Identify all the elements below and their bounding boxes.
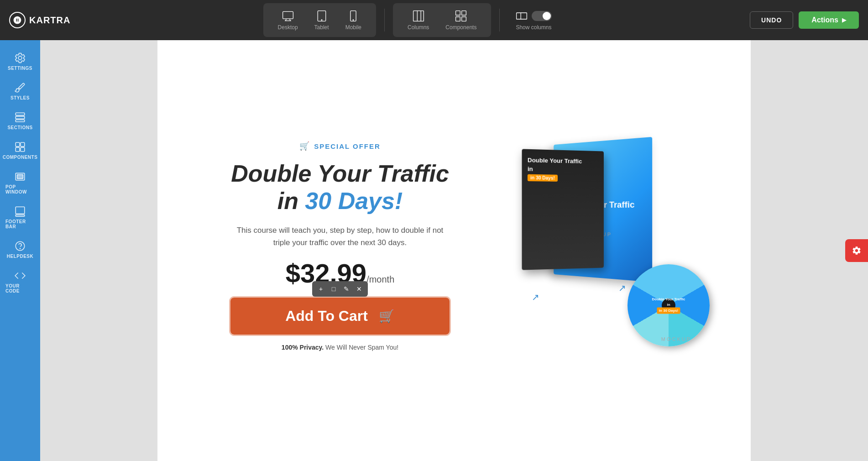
right-gear-icon [852,246,862,256]
code-icon [14,270,26,282]
svg-rect-11 [456,11,460,16]
helpdesk-icon [14,240,26,252]
svg-point-28 [16,241,25,251]
sidebar: SETTINGS STYLES SECTIONS [0,40,40,461]
svg-rect-13 [456,17,460,21]
sidebar-item-components[interactable]: COMPONENTS [2,136,38,164]
sidebar-item-footer-bar[interactable]: FOOTER BAR [2,201,38,234]
toolbar-add-btn[interactable]: + [315,283,327,295]
right-gear-button[interactable] [845,239,868,262]
cd-badge: in 30 Days! [657,308,680,314]
sidebar-pop-window-label: POP WINDOW [5,184,35,194]
mockup-container: 📦 Double Your Traffic in in 30 Days! MOC… [523,141,714,351]
sidebar-item-settings[interactable]: SETTINGS [2,47,38,75]
svg-rect-22 [16,147,20,152]
add-to-cart-label: Add To Cart [285,308,368,325]
svg-rect-26 [16,207,25,214]
svg-rect-14 [462,17,466,21]
desktop-btn[interactable]: Desktop [271,7,305,33]
mobile-btn[interactable]: Mobile [338,7,369,33]
tablet-btn[interactable]: Tablet [307,7,336,33]
sidebar-helpdesk-label: HELPDESK [7,254,33,259]
arrow-deco-1: ↗ [532,292,545,305]
tablet-label: Tablet [314,24,329,31]
svg-rect-18 [16,116,25,119]
headline-highlight: 30 Days! [305,188,403,214]
pop-window-icon [14,171,26,183]
sidebar-item-sections[interactable]: SECTIONS [2,107,38,135]
svg-rect-21 [21,142,25,147]
sidebar-item-pop-window[interactable]: POP WINDOW [2,166,38,199]
cd-label: Double Your Traffic in in 30 Days! [652,297,685,314]
box-front-title: Double Your Traffic [528,157,598,165]
cd-in: in [652,302,685,307]
headline: Double Your Traffic in 30 Days! [231,160,449,215]
toolbar-close-btn[interactable]: ✕ [353,283,365,295]
special-offer-text: SPECIAL OFFER [314,142,381,150]
add-to-cart-button[interactable]: Add To Cart 🛒 [230,298,450,335]
nav-right: UNDO Actions ▶ [731,11,859,29]
special-offer-badge: 🛒 SPECIAL OFFER [299,141,381,151]
actions-button[interactable]: Actions ▶ [799,11,859,29]
svg-rect-8 [413,11,424,21]
show-columns-row [515,10,552,22]
actions-label: Actions [811,16,838,24]
device-group: Desktop Tablet Mobile [263,3,376,37]
show-columns-label: Show columns [516,24,551,31]
nav-divider-1 [384,9,385,31]
components-btn[interactable]: Components [438,7,484,33]
gear-icon [14,52,26,64]
footer-bar-icon [14,205,26,217]
show-columns-toggle[interactable] [532,11,552,21]
element-toolbar: + □ ✎ ✕ [312,281,368,297]
mobile-label: Mobile [345,24,361,31]
mockup-box-front: Double Your Traffic in in 30 Days! [522,149,604,270]
sidebar-item-styles[interactable]: STYLES [2,77,38,105]
add-to-cart-wrapper: + □ ✎ ✕ Add To Cart 🛒 [230,298,450,335]
page-canvas: 🛒 SPECIAL OFFER Double Your Traffic in 3… [157,40,751,461]
mockup-label-2: MOCKUP [661,336,691,342]
columns-btn[interactable]: Columns [400,7,436,33]
svg-rect-15 [517,13,527,19]
sidebar-item-your-code[interactable]: YOUR CODE [2,265,38,298]
box-front-inner: Double Your Traffic in in 30 Days! [522,149,604,189]
toolbar-copy-btn[interactable]: □ [328,283,340,295]
logo-area: KARTRA [9,12,91,28]
components-icon [14,141,26,153]
top-nav: KARTRA Desktop Tablet [0,0,868,40]
toggle-knob [543,12,551,20]
columns-label: Columns [408,24,429,31]
logo-text: KARTRA [29,15,70,26]
main-layout: SETTINGS STYLES SECTIONS [0,40,868,461]
privacy-bold: 100% Privacy. [282,344,324,351]
sections-icon [14,111,26,123]
show-columns-area: Show columns [508,7,559,33]
kartra-logo-icon [9,12,26,28]
svg-rect-23 [21,147,25,152]
headline-line1: Double Your Traffic [231,160,449,187]
cart-badge-icon: 🛒 [299,141,310,151]
sidebar-styles-label: STYLES [10,95,30,100]
sidebar-item-helpdesk[interactable]: HELPDESK [2,236,38,263]
svg-point-29 [20,248,20,249]
nav-divider-2 [499,9,500,31]
svg-rect-20 [16,142,20,147]
privacy-note: We Will Never Spam You! [324,344,398,351]
components-label: Components [445,24,476,31]
box-front-badge: in 30 Days! [528,174,558,182]
show-columns-icon [515,10,528,22]
sidebar-settings-label: SETTINGS [8,66,32,71]
svg-rect-12 [462,11,466,16]
headline-in-prefix: in [277,188,305,214]
toolbar-edit-btn[interactable]: ✎ [340,283,352,295]
undo-button[interactable]: UNDO [750,11,793,29]
svg-point-7 [353,20,354,21]
nav-center: Desktop Tablet Mobile [91,3,731,37]
left-column: 🛒 SPECIAL OFFER Double Your Traffic in 3… [185,141,495,351]
sidebar-footer-label: FOOTER BAR [5,219,35,229]
svg-rect-19 [16,120,25,121]
svg-rect-25 [17,175,23,179]
svg-point-5 [321,20,322,21]
actions-chevron-icon: ▶ [842,17,846,23]
desktop-label: Desktop [278,24,298,31]
